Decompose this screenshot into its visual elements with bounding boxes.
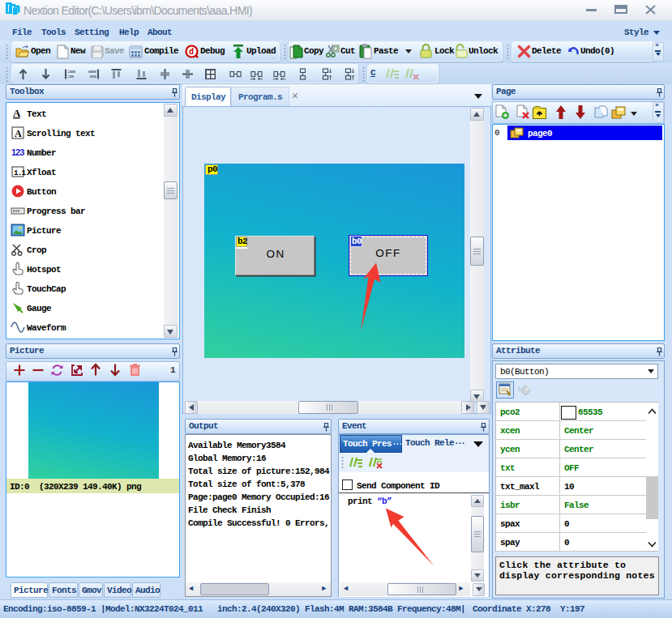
svg-text:A: A — [13, 107, 21, 119]
svg-text:d: d — [189, 48, 194, 57]
svg-text:123: 123 — [11, 147, 24, 157]
svg-text:1.1: 1.1 — [14, 169, 27, 177]
svg-text:A: A — [15, 128, 22, 139]
